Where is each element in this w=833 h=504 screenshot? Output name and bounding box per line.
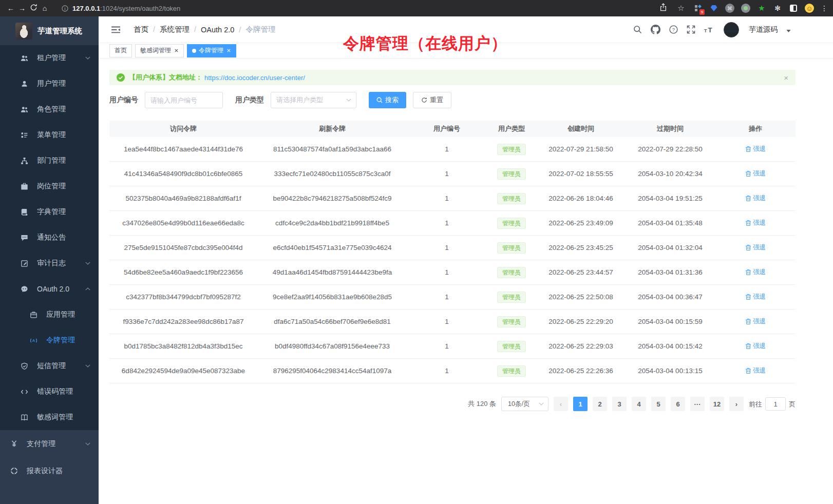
search-button[interactable]: 搜索 — [369, 92, 406, 108]
page-tab[interactable]: 首页 — [109, 44, 132, 57]
extension-command-icon[interactable]: ⌘ — [725, 4, 734, 13]
page-number-button[interactable]: ··· — [690, 397, 705, 411]
access-token-cell: 275e5de9151045fe87cbdc395e004f4d — [109, 244, 257, 251]
breadcrumb-item[interactable]: 首页 — [134, 25, 160, 34]
browser-reload-icon[interactable] — [28, 0, 39, 17]
collapse-sidebar-icon[interactable] — [111, 26, 120, 33]
table-row: 1ea5e44f8bc1467aaede43144f31de76 811c530… — [109, 137, 796, 162]
page-number-button[interactable]: 3 — [612, 397, 627, 411]
page-buttons: 123456···12 — [573, 397, 724, 411]
extension-tabs-icon[interactable]: 9 — [693, 4, 703, 13]
sidebar-item[interactable]: 用户管理 — [0, 71, 99, 96]
browser-forward-icon[interactable]: → — [16, 0, 28, 16]
browser-menu-icon[interactable]: ⋮ — [821, 4, 828, 12]
page-size-select[interactable]: 10条/页 — [501, 397, 548, 411]
force-logout-button[interactable]: 强退 — [745, 243, 766, 252]
force-logout-button[interactable]: 强退 — [745, 342, 766, 351]
user-id-input[interactable] — [145, 92, 223, 108]
sidebar-item[interactable]: 菜单管理 — [0, 122, 99, 148]
sidebar-item[interactable]: 部门管理 — [0, 148, 99, 173]
sidebar-item[interactable]: 报表设计器 — [0, 457, 99, 484]
pagination: 共 120 条 10条/页 ‹ 123456···12 › 前往页 — [109, 397, 796, 411]
force-logout-button[interactable]: 强退 — [745, 317, 766, 326]
share-icon[interactable] — [657, 0, 669, 17]
page-tab[interactable]: 敏感词管理 — [135, 44, 184, 57]
sidebar-item[interactable]: 角色管理 — [0, 96, 99, 122]
breadcrumb-item[interactable]: 系统管理 — [160, 25, 201, 34]
column-header: 用户编号 — [407, 124, 486, 133]
fullscreen-icon[interactable] — [687, 25, 695, 34]
force-logout-button[interactable]: 强退 — [745, 268, 766, 277]
sidebar-item[interactable]: 租户管理 — [0, 45, 99, 71]
breadcrumb-item[interactable]: OAuth 2.0 — [201, 26, 245, 34]
expire-time-cell: 2054-03-04 00:15:59 — [625, 318, 715, 325]
page-number-button[interactable]: 12 — [710, 397, 724, 411]
github-icon[interactable] — [651, 25, 660, 34]
sidebar-item[interactable]: OAuth 2.0 — [0, 276, 99, 302]
search-icon[interactable] — [633, 25, 642, 34]
sidebar-submenu: 租户管理 用户管理 角色管理 菜单管理 — [0, 45, 99, 430]
user-name[interactable]: 芋道源码 — [749, 25, 778, 34]
page-number-button[interactable]: 2 — [593, 397, 607, 411]
sidebar-item[interactable]: 短信管理 — [0, 353, 99, 379]
browser-home-icon[interactable]: ⌂ — [39, 0, 50, 16]
page-tab[interactable]: 令牌管理 — [187, 44, 236, 57]
close-tab-icon[interactable] — [226, 48, 231, 53]
help-icon[interactable]: ? — [669, 25, 678, 34]
breadcrumb-item[interactable]: 令牌管理 — [245, 25, 275, 34]
sidebar-item[interactable]: 审计日志 — [0, 250, 99, 276]
access-token-cell: 41c41346a548490f9dc8b01c6bfe0865 — [109, 170, 257, 178]
sidebar-item[interactable]: 岗位管理 — [0, 173, 99, 199]
refresh-token-cell: 8796295f04064c2983414cc54af1097a — [257, 367, 407, 375]
expire-time-cell: 2022-07-29 22:28:50 — [625, 145, 715, 153]
user-type-select[interactable]: 请选择用户类型 — [271, 92, 356, 108]
sidebar-item[interactable]: 敏感词管理 — [0, 404, 99, 430]
trash-icon — [745, 220, 751, 226]
force-logout-button[interactable]: 强退 — [745, 366, 766, 375]
font-size-icon[interactable]: TT — [704, 26, 715, 33]
force-logout-button[interactable]: 强退 — [745, 145, 766, 153]
doc-link[interactable]: https://doc.iocoder.cn/user-center/ — [204, 74, 305, 82]
trash-icon — [745, 367, 751, 374]
sidebar-item[interactable]: 字典管理 — [0, 199, 99, 225]
site-info-icon[interactable] — [62, 5, 68, 12]
bookmark-star-icon[interactable]: ☆ — [675, 0, 687, 16]
sidebar-item[interactable]: 错误码管理 — [0, 379, 99, 404]
extension-reader-icon[interactable] — [789, 4, 798, 13]
extension-star-icon[interactable]: ★ — [757, 4, 766, 13]
extension-pinwheel-icon[interactable]: ✻ — [773, 4, 782, 13]
address-bar[interactable]: 127.0.0.1:1024/system/oauth2/token — [62, 5, 180, 12]
user-type-cell: 管理员 — [486, 267, 537, 278]
access-token-cell: c342377bf8b344799dcbf7bf095287f2 — [109, 293, 257, 301]
force-logout-button[interactable]: 强退 — [745, 293, 766, 301]
sidebar-item[interactable]: 应用管理 — [0, 302, 99, 327]
alert-close-icon[interactable]: × — [784, 74, 788, 82]
goto-page-input[interactable] — [765, 397, 786, 411]
prev-page-button[interactable]: ‹ — [554, 397, 568, 411]
page-number-button[interactable]: 4 — [632, 397, 646, 411]
trash-icon — [745, 146, 751, 152]
created-time-cell: 2022-06-25 22:50:08 — [537, 293, 625, 301]
sidebar-item[interactable]: 通知公告 — [0, 225, 99, 250]
force-logout-button[interactable]: 强退 — [745, 194, 766, 203]
sidebar-item[interactable]: 支付管理 — [0, 430, 99, 457]
refresh-icon — [421, 97, 427, 103]
sidebar-item[interactable]: A 令牌管理 — [0, 327, 99, 353]
profile-avatar-icon[interactable]: ☺ — [805, 4, 814, 13]
page-number-button[interactable]: 5 — [651, 397, 666, 411]
force-logout-button[interactable]: 强退 — [745, 219, 766, 227]
next-page-button[interactable]: › — [729, 397, 744, 411]
reset-button[interactable]: 重置 — [413, 92, 451, 108]
page-number-button[interactable]: 6 — [671, 397, 685, 411]
force-logout-button[interactable]: 强退 — [745, 169, 766, 178]
caret-down-icon[interactable] — [786, 30, 791, 32]
browser-back-icon[interactable]: ← — [5, 0, 16, 16]
close-tab-icon[interactable] — [174, 48, 179, 53]
sidebar-header[interactable]: 芋道管理系统 — [0, 16, 99, 45]
user-type-badge: 管理员 — [497, 341, 526, 352]
extension-gem-icon[interactable] — [709, 4, 718, 13]
page-number-button[interactable]: 1 — [573, 397, 588, 411]
extension-record-icon[interactable] — [741, 4, 750, 13]
user-avatar[interactable] — [724, 22, 739, 37]
access-token-cell: 502375b8040a469a9b82188afdf6af1f — [109, 195, 257, 202]
